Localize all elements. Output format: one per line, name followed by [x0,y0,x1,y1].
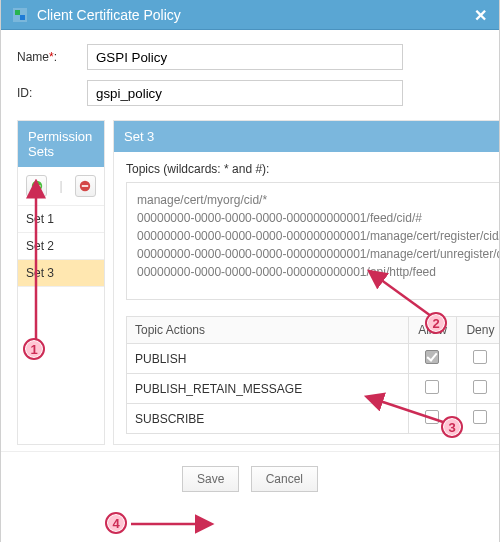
retain-allow-checkbox[interactable] [425,380,439,394]
svg-rect-2 [20,15,25,20]
topics-label: Topics (wildcards: * and #): [126,162,500,176]
id-input[interactable] [87,80,403,106]
set-detail-header: Set 3 [114,121,500,152]
remove-set-button[interactable] [75,175,96,197]
id-label: ID: [17,86,87,100]
dialog-footer: Save Cancel [1,451,499,506]
titlebar: Client Certificate Policy ✕ [1,0,499,30]
table-row: PUBLISH_RETAIN_MESSAGE [127,374,501,404]
topic-line: 00000000-0000-0000-0000-000000000001/man… [137,245,500,263]
svg-rect-1 [15,10,20,15]
minus-circle-icon [79,180,91,192]
annotation-arrow-4 [129,516,219,532]
save-button[interactable]: Save [182,466,239,492]
set-detail-panel: Set 3 Topics (wildcards: * and #): manag… [113,120,500,445]
form-area: Name*: ID: [1,30,499,120]
svg-rect-7 [82,185,88,187]
topic-line: manage/cert/myorg/cid/* [137,191,500,209]
topic-line: 00000000-0000-0000-0000-000000000001/man… [137,227,500,245]
cancel-button[interactable]: Cancel [251,466,318,492]
topic-line: 00000000-0000-0000-0000-000000000001/api… [137,263,500,281]
permission-set-list: Set 1 Set 2 Set 3 [18,206,104,287]
col-deny: Deny [456,317,500,344]
titlebar-title: Client Certificate Policy [37,7,181,23]
topic-line: 00000000-0000-0000-0000-000000000001/fee… [137,209,500,227]
col-allow: Allow [408,317,456,344]
action-name: PUBLISH_RETAIN_MESSAGE [127,374,409,404]
panels: Permission Sets | Set 1 Set 2 Set 3 [1,120,499,445]
action-name: SUBSCRIBE [127,404,409,434]
subscribe-deny-checkbox[interactable] [473,410,487,424]
name-label: Name*: [17,50,87,64]
permission-sets-toolbar: | [18,167,104,206]
toolbar-separator: | [59,179,62,193]
name-input[interactable] [87,44,403,70]
close-icon[interactable]: ✕ [474,6,487,25]
set-item-3[interactable]: Set 3 [18,260,104,287]
subscribe-allow-checkbox[interactable] [425,410,439,424]
col-topic-actions: Topic Actions [127,317,409,344]
publish-deny-checkbox[interactable] [473,350,487,364]
topic-actions-table: Topic Actions Allow Deny PUBLISH PUBLI [126,316,500,434]
svg-rect-5 [33,185,40,187]
table-row: SUBSCRIBE [127,404,501,434]
publish-allow-checkbox[interactable] [425,350,439,364]
permission-sets-panel: Permission Sets | Set 1 Set 2 Set 3 [17,120,105,445]
permission-sets-header: Permission Sets [18,121,104,167]
app-icon [13,8,27,25]
topics-textarea[interactable]: manage/cert/myorg/cid/* 00000000-0000-00… [126,182,500,300]
retain-deny-checkbox[interactable] [473,380,487,394]
table-row: PUBLISH [127,344,501,374]
action-name: PUBLISH [127,344,409,374]
set-item-1[interactable]: Set 1 [18,206,104,233]
annotation-callout-4: 4 [105,512,127,534]
set-item-2[interactable]: Set 2 [18,233,104,260]
add-set-button[interactable] [26,175,47,197]
plus-circle-icon [31,180,43,192]
